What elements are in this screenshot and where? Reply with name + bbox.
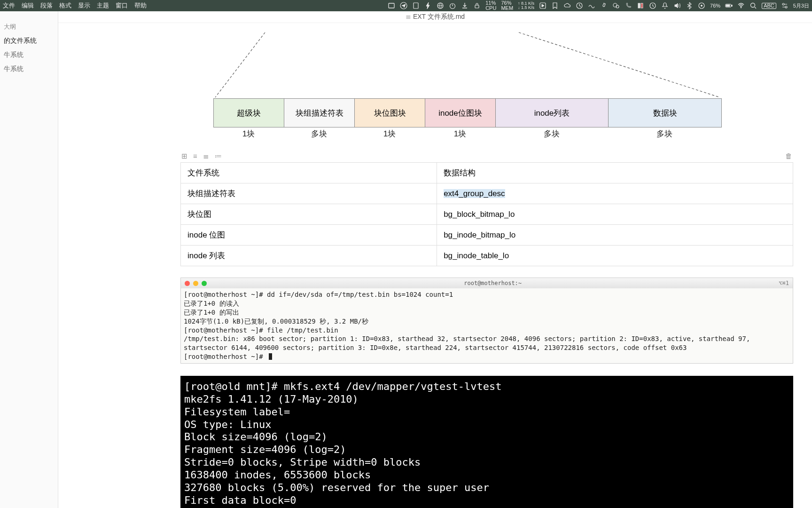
svg-point-14 [701, 5, 703, 7]
table-delete-icon[interactable]: 🗑 [785, 152, 792, 160]
menubar-right: 11% CPU 76% MEM ↑ 8.1 K/s↓ 1.5 K/s 76% A… [388, 0, 809, 11]
cell-struct: bg_block_bitmap_lo [437, 204, 793, 225]
menu-help[interactable]: 帮助 [134, 1, 147, 10]
wave-icon[interactable] [588, 2, 595, 9]
network-speed: ↑ 8.1 K/s↓ 1.5 K/s [518, 1, 534, 10]
cell-struct: bg_inode_bitmap_lo [437, 225, 793, 246]
bg-count: 1块 [354, 128, 425, 139]
table-row[interactable]: 块组描述符表ext4_group_desc [181, 183, 793, 204]
menu-format[interactable]: 格式 [59, 1, 71, 10]
struct-table-wrap: ⊞ ≡ ≣ ≔ 🗑 文件系统 数据结构 块组描述符表ext4_group_des… [180, 150, 793, 266]
struct-table: 文件系统 数据结构 块组描述符表ext4_group_desc块位图bg_blo… [180, 162, 793, 266]
menu-view[interactable]: 显示 [78, 1, 90, 10]
terminal-title: root@motherhost:~ [464, 280, 522, 286]
table-row[interactable]: inode 位图bg_inode_bitmap_lo [181, 225, 793, 246]
bg-count: 多块 [608, 128, 721, 139]
bell-icon[interactable] [661, 2, 669, 9]
block-group-diagram: 超级块块组描述符表块位图块inode位图块inode列表数据块 1块多块1块1块… [180, 23, 793, 127]
bg-block: 块组描述符表 [284, 99, 355, 127]
flame-icon[interactable] [600, 2, 608, 9]
terminal-output[interactable]: [root@motherhost ~]# dd if=/dev/sda of=/… [181, 288, 793, 363]
download-icon[interactable] [461, 2, 468, 9]
bluetooth-icon[interactable] [686, 2, 693, 9]
svg-line-22 [215, 32, 265, 97]
menu-file[interactable]: 文件 [3, 1, 15, 10]
menu-theme[interactable]: 主题 [97, 1, 109, 10]
bg-count: 1块 [425, 128, 495, 139]
menu-para[interactable]: 段落 [40, 1, 53, 10]
search-icon[interactable] [750, 2, 757, 9]
doc-icon: ≣ [406, 13, 411, 20]
table-row[interactable]: inode 列表bg_inode_table_lo [181, 246, 793, 266]
globe-icon[interactable] [437, 2, 444, 9]
bg-count: 多块 [495, 128, 608, 139]
menubar: 文件 编辑 段落 格式 显示 主题 窗口 帮助 11% CPU 76% MEM … [0, 0, 812, 11]
table-tool-grid-icon[interactable]: ⊞ [181, 152, 187, 160]
sync-icon[interactable] [698, 2, 705, 9]
tab-bar: ≣EXT 文件系统.md [58, 11, 812, 23]
svg-rect-2 [414, 3, 418, 8]
svg-point-20 [782, 3, 784, 5]
tray-icon[interactable] [388, 2, 395, 9]
zoom-icon[interactable] [202, 281, 207, 286]
wifi-icon[interactable] [737, 2, 745, 9]
date[interactable]: 5月3日 [793, 3, 809, 8]
phone-icon[interactable] [625, 2, 632, 9]
bg-count: 多块 [284, 128, 354, 139]
clipboard-icon[interactable] [412, 2, 420, 9]
svg-rect-16 [726, 5, 730, 7]
svg-rect-10 [638, 3, 640, 8]
outline-item[interactable]: 牛系统 [0, 62, 58, 76]
svg-rect-5 [475, 5, 479, 8]
th-fs: 文件系统 [181, 163, 437, 183]
cell-fs: inode 列表 [181, 246, 437, 266]
bg-block: inode列表 [496, 99, 609, 127]
parallels-icon[interactable] [637, 2, 644, 9]
minimize-icon[interactable] [193, 281, 198, 286]
outline-item[interactable]: 的文件系统 [0, 34, 58, 48]
bookmark-icon[interactable] [551, 2, 559, 9]
table-tool-more-icon[interactable]: ≔ [215, 152, 222, 160]
close-icon[interactable] [185, 281, 190, 286]
svg-rect-11 [641, 3, 643, 8]
timer-icon[interactable] [449, 2, 456, 9]
battery-pct: 76% [710, 3, 720, 8]
ime-indicator[interactable]: ABC [762, 3, 776, 9]
outline-heading: 大纲 [0, 20, 58, 34]
compass-icon[interactable] [576, 2, 583, 9]
terminal-dark: [root@old mnt]# mkfs.ext4 /dev/mapper/vg… [180, 376, 793, 508]
play-icon[interactable] [539, 2, 547, 9]
table-row[interactable]: 块位图bg_block_bitmap_lo [181, 204, 793, 225]
mem-usage: 76% MEM [501, 0, 513, 11]
table-tool-align-icon[interactable]: ≣ [203, 152, 209, 160]
bolt-icon[interactable] [424, 2, 432, 9]
volume-icon[interactable] [673, 2, 681, 9]
terminal-shortcut: ⌥⌘1 [779, 280, 789, 286]
wechat-icon[interactable] [612, 2, 620, 9]
control-center-icon[interactable] [781, 2, 789, 9]
cell-fs: 块位图 [181, 204, 437, 225]
outline-item[interactable]: 牛系统 [0, 48, 58, 62]
battery-icon[interactable] [725, 2, 733, 9]
menubar-left: 文件 编辑 段落 格式 显示 主题 窗口 帮助 [3, 1, 147, 10]
cell-struct: ext4_group_desc [437, 183, 793, 204]
telegram-icon[interactable] [400, 2, 407, 9]
menu-window[interactable]: 窗口 [116, 1, 128, 10]
cloud-icon[interactable] [563, 2, 571, 9]
cell-fs: inode 位图 [181, 225, 437, 246]
lock-icon[interactable] [473, 2, 481, 9]
diagram-dashes [180, 23, 744, 98]
svg-line-23 [519, 32, 720, 97]
cell-struct: bg_inode_table_lo [437, 246, 793, 266]
cell-fs: 块组描述符表 [181, 183, 437, 204]
svg-point-21 [785, 6, 787, 8]
table-tool-list-icon[interactable]: ≡ [193, 152, 197, 160]
timemachine-icon[interactable] [649, 2, 656, 9]
terminal-light: root@motherhost:~ ⌥⌘1 [root@motherhost ~… [180, 278, 793, 364]
svg-rect-0 [389, 3, 394, 8]
menu-edit[interactable]: 编辑 [22, 1, 34, 10]
svg-point-19 [751, 3, 755, 8]
th-struct: 数据结构 [437, 163, 793, 183]
tab-title[interactable]: EXT 文件系统.md [413, 13, 465, 20]
svg-point-8 [613, 3, 617, 7]
